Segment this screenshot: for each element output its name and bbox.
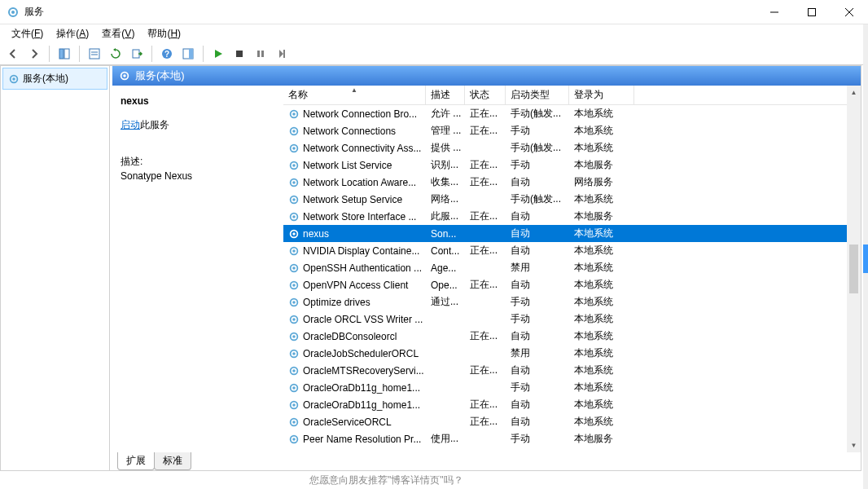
service-row[interactable]: NVIDIA Display Containe...Cont...正在...自动… bbox=[283, 242, 847, 259]
svg-point-49 bbox=[292, 318, 296, 321]
pause-service-button[interactable] bbox=[251, 44, 270, 64]
service-row[interactable]: Network List Service识别...正在...手动本地服务 bbox=[283, 156, 847, 174]
service-startup-cell: 自动 bbox=[506, 209, 569, 223]
scroll-up-button[interactable]: ▲ bbox=[847, 86, 861, 99]
properties-button[interactable] bbox=[85, 44, 104, 64]
service-name-cell: OracleMTSRecoveryServi... bbox=[283, 365, 426, 377]
menu-view[interactable]: 查看(V) bbox=[102, 27, 134, 41]
service-logon-cell: 网络服务 bbox=[569, 175, 634, 189]
service-logon-cell: 本地系统 bbox=[569, 124, 634, 138]
service-row[interactable]: OracleMTSRecoveryServi...正在...自动本地系统 bbox=[283, 362, 847, 379]
service-desc-cell: 允许 ... bbox=[426, 107, 465, 121]
service-name-cell: Network Connection Bro... bbox=[283, 108, 426, 120]
svg-point-21 bbox=[12, 77, 15, 81]
svg-point-43 bbox=[292, 267, 296, 270]
menu-help[interactable]: 帮助(H) bbox=[147, 27, 181, 41]
back-button[interactable] bbox=[3, 44, 23, 64]
service-logon-cell: 本地系统 bbox=[569, 381, 634, 394]
service-row[interactable]: OracleOraDb11g_home1...手动本地系统 bbox=[283, 379, 847, 396]
title-bar: 服务 bbox=[0, 0, 868, 24]
service-desc-cell: 识别... bbox=[426, 158, 465, 172]
service-row[interactable]: Network Store Interface ...此服...正在...自动本… bbox=[283, 208, 847, 225]
svg-point-29 bbox=[292, 147, 296, 150]
nav-item-services-local[interactable]: 服务(本地) bbox=[2, 68, 107, 90]
service-name-cell: NVIDIA Display Containe... bbox=[283, 245, 426, 257]
service-desc-cell: 提供 ... bbox=[426, 141, 465, 155]
svg-point-45 bbox=[292, 284, 296, 287]
service-name-cell: Network Connectivity Ass... bbox=[283, 143, 426, 154]
service-row[interactable]: Optimize drives通过...手动本地系统 bbox=[283, 293, 847, 311]
svg-point-1 bbox=[11, 11, 15, 14]
tab-standard[interactable]: 标准 bbox=[154, 452, 191, 470]
action-pane-button[interactable] bbox=[178, 44, 198, 64]
start-service-button[interactable] bbox=[208, 44, 228, 64]
svg-rect-17 bbox=[257, 51, 260, 57]
content-header: 服务(本地) bbox=[112, 66, 861, 86]
service-row[interactable]: Network Connectivity Ass...提供 ...手动(触发..… bbox=[283, 139, 847, 156]
content-body: nexus 启动此服务 描述: Sonatype Nexus 名称 ▲ 描述 状… bbox=[112, 86, 861, 452]
service-row[interactable]: OpenSSH Authentication ...Age...禁用本地系统 bbox=[283, 259, 847, 276]
service-row[interactable]: OracleServiceORCL正在...自动本地系统 bbox=[283, 413, 847, 430]
column-header-status[interactable]: 状态 bbox=[465, 86, 506, 104]
gear-icon bbox=[288, 177, 300, 188]
refresh-button[interactable] bbox=[106, 44, 125, 64]
service-logon-cell: 本地系统 bbox=[569, 227, 634, 240]
service-row[interactable]: OracleOraDb11g_home1...正在...自动本地系统 bbox=[283, 396, 847, 413]
svg-rect-6 bbox=[59, 49, 64, 59]
column-header-logon[interactable]: 登录为 bbox=[569, 86, 634, 104]
help-button[interactable]: ? bbox=[157, 44, 177, 64]
column-header-startup[interactable]: 启动类型 bbox=[506, 86, 569, 104]
service-desc-cell: 此服... bbox=[426, 209, 465, 223]
service-logon-cell: 本地系统 bbox=[569, 346, 634, 360]
menu-file[interactable]: 文件(F) bbox=[11, 27, 43, 41]
service-row[interactable]: Network Connections管理 ...正在...手动本地系统 bbox=[283, 122, 847, 139]
service-row[interactable]: OracleDBConsoleorcl正在...自动本地系统 bbox=[283, 328, 847, 345]
window-title: 服务 bbox=[24, 5, 756, 19]
service-row[interactable]: Oracle ORCL VSS Writer ...手动本地系统 bbox=[283, 311, 847, 328]
svg-point-35 bbox=[292, 198, 296, 201]
gear-icon bbox=[288, 331, 300, 342]
vertical-scrollbar[interactable]: ▲ ▼ bbox=[847, 86, 861, 452]
maximize-button[interactable] bbox=[793, 0, 831, 24]
service-desc-cell: 网络... bbox=[426, 192, 465, 206]
scroll-thumb[interactable] bbox=[849, 244, 858, 293]
service-row[interactable]: OpenVPN Access ClientOpe...正在...自动本地系统 bbox=[283, 276, 847, 293]
service-desc-cell: 收集... bbox=[426, 175, 465, 189]
show-hide-tree-button[interactable] bbox=[55, 44, 74, 64]
gear-icon bbox=[288, 434, 300, 445]
service-desc-cell: Son... bbox=[426, 228, 465, 240]
service-desc-cell: Age... bbox=[426, 262, 465, 274]
service-list[interactable]: Network Connection Bro...允许 ...正在...手动(触… bbox=[283, 105, 847, 452]
window-controls bbox=[756, 0, 868, 24]
outer-scroll-thumb[interactable] bbox=[863, 244, 868, 273]
restart-service-button[interactable] bbox=[272, 44, 292, 64]
column-header-name[interactable]: 名称 ▲ bbox=[283, 86, 426, 104]
service-name-cell: OracleServiceORCL bbox=[283, 416, 426, 428]
minimize-button[interactable] bbox=[756, 0, 793, 24]
gear-icon bbox=[8, 73, 20, 85]
service-row[interactable]: nexusSon...自动本地系统 bbox=[283, 225, 847, 242]
svg-rect-16 bbox=[236, 51, 243, 57]
menu-action[interactable]: 操作(A) bbox=[56, 27, 89, 41]
gear-icon bbox=[119, 70, 130, 82]
scroll-down-button[interactable]: ▼ bbox=[847, 438, 861, 452]
service-row[interactable]: OracleJobSchedulerORCL禁用本地系统 bbox=[283, 345, 847, 362]
service-row[interactable]: Network Location Aware...收集...正在...自动网络服… bbox=[283, 174, 847, 191]
gear-icon bbox=[288, 245, 300, 257]
start-service-suffix: 此服务 bbox=[140, 119, 169, 130]
close-button[interactable] bbox=[831, 0, 868, 24]
stop-service-button[interactable] bbox=[230, 44, 249, 64]
svg-point-41 bbox=[292, 249, 296, 253]
service-row[interactable]: Network Connection Bro...允许 ...正在...手动(触… bbox=[283, 105, 847, 122]
service-row[interactable]: Peer Name Resolution Pr...使用...手动本地服务 bbox=[283, 430, 847, 447]
tab-extended[interactable]: 扩展 bbox=[117, 452, 155, 470]
service-name-cell: OracleJobSchedulerORCL bbox=[283, 348, 426, 359]
service-row[interactable]: Network Setup Service网络...手动(触发...本地系统 bbox=[283, 191, 847, 208]
column-header-description[interactable]: 描述 bbox=[426, 86, 465, 104]
service-startup-cell: 自动 bbox=[506, 415, 569, 429]
start-service-link[interactable]: 启动 bbox=[121, 119, 140, 130]
menu-bar: 文件(F) 操作(A) 查看(V) 帮助(H) bbox=[0, 24, 868, 42]
export-button[interactable] bbox=[127, 44, 147, 64]
service-logon-cell: 本地服务 bbox=[569, 158, 634, 172]
forward-button[interactable] bbox=[24, 44, 44, 64]
